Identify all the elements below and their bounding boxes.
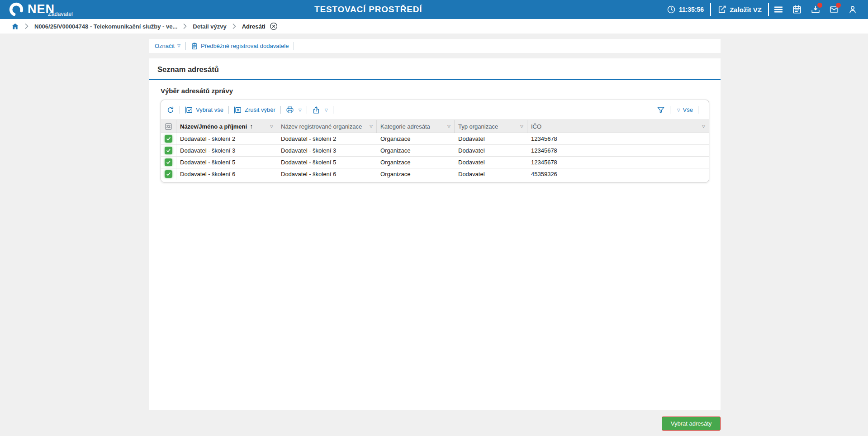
logo-role-label: Zadavatel (48, 11, 73, 17)
cell-category: Organizace (377, 168, 455, 180)
print-button[interactable]: ▽ (286, 106, 302, 114)
table-row[interactable]: Dodavatel - školení 5 Dodavatel - školen… (161, 157, 709, 168)
home-button[interactable] (11, 23, 19, 30)
select-all-button[interactable]: Vybrat vše (185, 106, 223, 114)
clear-selection-button[interactable]: Zrušit výběr (234, 106, 275, 114)
section-subtitle: Výběr adresátů zprávy (161, 87, 721, 95)
cell-name: Dodavatel - školení 5 (176, 157, 277, 168)
breadcrumb-item-adresati[interactable]: Adresáti (242, 23, 266, 30)
filter-scope-label: Vše (683, 106, 693, 113)
calendar-button[interactable] (787, 0, 806, 19)
header-org[interactable]: Název registrované organizace ▽ (277, 120, 377, 133)
breadcrumb-item-detail-vyzvy[interactable]: Detail výzvy (193, 23, 226, 30)
table-row[interactable]: Dodavatel - školení 6 Dodavatel - školen… (161, 168, 709, 180)
filter-button[interactable] (657, 106, 665, 114)
filter-triangle-icon[interactable]: ▽ (367, 124, 373, 129)
select-all-label: Vybrat vše (196, 106, 223, 113)
column-settings-cell (161, 120, 176, 133)
menu-button[interactable] (769, 0, 787, 19)
cell-org: Dodavatel - školení 6 (277, 168, 377, 180)
session-time: 11:35:56 (660, 5, 710, 14)
user-profile-button[interactable] (843, 0, 862, 19)
table-header-row: Název/Jméno a příjmení ↑ ▽ Název registr… (161, 120, 709, 133)
row-checkbox-cell (161, 168, 176, 180)
checkbox-checked-icon[interactable] (165, 170, 172, 178)
clock-icon (667, 5, 676, 14)
chevron-right-icon (232, 24, 236, 29)
table-row[interactable]: Dodavatel - školení 2 Dodavatel - školen… (161, 133, 709, 145)
row-checkbox-cell (161, 145, 176, 156)
chevron-down-icon: ▽ (325, 108, 328, 112)
preregister-supplier-button[interactable]: Předběžně registrovat dodavatele (191, 43, 289, 50)
home-icon (11, 23, 19, 30)
cell-category: Organizace (377, 145, 455, 156)
column-settings-icon (165, 123, 172, 130)
divider (185, 42, 186, 50)
header-ico[interactable]: IČO ▽ (527, 120, 709, 133)
checkbox-checked-icon[interactable] (165, 147, 172, 154)
chevron-down-icon: ▽ (299, 108, 302, 112)
mark-label: Označit (155, 43, 175, 49)
filter-triangle-icon[interactable]: ▽ (517, 124, 523, 129)
clear-selection-icon (234, 106, 242, 114)
checkbox-checked-icon[interactable] (165, 135, 172, 143)
messages-notification-badge (836, 3, 841, 8)
cell-org: Dodavatel - školení 3 (277, 145, 377, 156)
print-icon (286, 106, 294, 114)
close-tab-button[interactable] (270, 22, 278, 30)
divider (670, 106, 670, 114)
filter-scope-dropdown[interactable]: ▽ Vše (675, 106, 693, 113)
header-name[interactable]: Název/Jméno a příjmení ↑ ▽ (176, 120, 277, 133)
breadcrumb-item-procurement[interactable]: N006/25/V00004748 - Telekomunikační služ… (34, 23, 177, 30)
cell-name: Dodavatel - školení 6 (176, 168, 277, 180)
clipboard-icon (191, 43, 198, 50)
cell-category: Organizace (377, 133, 455, 144)
header-category[interactable]: Kategorie adresáta ▽ (377, 120, 455, 133)
refresh-button[interactable] (166, 106, 175, 114)
cell-type: Dodavatel (455, 157, 527, 168)
cell-ico: 12345678 (527, 157, 709, 168)
section-title-underline (149, 79, 721, 80)
edit-icon (717, 5, 726, 14)
divider (228, 106, 229, 114)
section-title: Seznam adresátů (149, 58, 721, 74)
table-toolbar-left: Vybrat vše Zrušit výběr ▽ (166, 106, 338, 114)
create-vz-label: Založit VZ (730, 6, 762, 14)
filter-triangle-icon[interactable]: ▽ (699, 124, 705, 129)
table-row[interactable]: Dodavatel - školení 3 Dodavatel - školen… (161, 145, 709, 157)
cell-ico: 12345678 (527, 133, 709, 144)
messages-button[interactable] (825, 0, 843, 19)
row-checkbox-cell (161, 133, 176, 144)
cell-type: Dodavatel (455, 145, 527, 156)
mark-dropdown-button[interactable]: Označit ▽ (155, 43, 180, 49)
inbox-notification-badge (817, 3, 822, 8)
table-toolbar: Vybrat vše Zrušit výběr ▽ (161, 100, 709, 120)
header-type[interactable]: Typ organizace ▽ (455, 120, 527, 133)
divider (698, 106, 698, 114)
inbox-button[interactable] (806, 0, 825, 19)
export-button[interactable]: ▽ (312, 106, 328, 114)
cell-org: Dodavatel - školení 2 (277, 133, 377, 144)
calendar-icon (792, 5, 802, 14)
select-all-icon (185, 106, 193, 114)
filter-funnel-icon (657, 106, 665, 114)
select-addressees-button[interactable]: Vybrat adresáty (662, 417, 721, 431)
hamburger-icon (773, 5, 783, 14)
divider (307, 106, 307, 114)
chevron-down-icon: ▽ (177, 44, 180, 48)
nen-logo-icon (8, 1, 24, 18)
breadcrumb: N006/25/V00004748 - Telekomunikační služ… (0, 19, 868, 34)
close-circle-icon (270, 22, 278, 30)
checkbox-checked-icon[interactable] (165, 158, 172, 166)
filter-triangle-icon[interactable]: ▽ (267, 124, 273, 129)
addressees-table-card: Vybrat vše Zrušit výběr ▽ (161, 100, 709, 182)
column-settings-button[interactable] (165, 123, 172, 130)
action-strip: Označit ▽ Předběžně registrovat dodavate… (149, 39, 721, 53)
create-vz-button[interactable]: Založit VZ (711, 5, 768, 14)
filter-triangle-icon[interactable]: ▽ (445, 124, 451, 129)
cell-ico: 45359326 (527, 168, 709, 180)
cell-category: Organizace (377, 157, 455, 168)
divider (180, 106, 180, 114)
chevron-down-icon: ▽ (677, 108, 680, 112)
divider (333, 106, 333, 114)
